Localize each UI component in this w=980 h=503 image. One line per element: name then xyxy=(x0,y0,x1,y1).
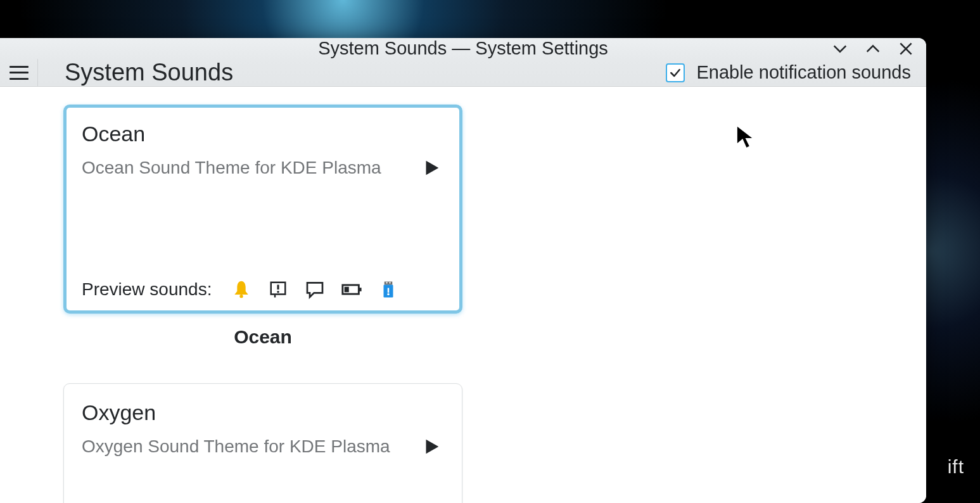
minimize-button[interactable] xyxy=(831,40,849,58)
play-demo-button[interactable] xyxy=(419,434,444,459)
theme-grid: Ocean Ocean Sound Theme for KDE Plasma P… xyxy=(38,87,926,503)
svg-rect-11 xyxy=(388,288,390,293)
theme-name: Ocean xyxy=(82,122,444,146)
window-title: System Sounds — System Settings xyxy=(0,38,926,59)
theme-card-oxygen[interactable]: Oxygen Oxygen Sound Theme for KDE Plasma… xyxy=(63,383,462,503)
play-icon xyxy=(421,157,442,179)
enable-sounds-control: Enable notification sounds xyxy=(666,62,911,83)
preview-row: Preview sounds: xyxy=(82,279,444,300)
chat-icon[interactable] xyxy=(304,279,326,300)
page-title: System Sounds xyxy=(65,59,666,86)
maximize-button[interactable] xyxy=(864,40,882,58)
svg-rect-8 xyxy=(386,282,388,284)
svg-rect-7 xyxy=(385,282,393,285)
enable-sounds-checkbox[interactable] xyxy=(666,63,685,82)
sidebar-toggle-slot xyxy=(0,59,38,86)
hamburger-button[interactable] xyxy=(10,66,29,80)
theme-name: Oxygen xyxy=(82,400,444,425)
chevron-down-icon xyxy=(831,40,849,58)
check-icon xyxy=(669,67,682,79)
theme-description: Ocean Sound Theme for KDE Plasma xyxy=(82,155,406,180)
svg-point-12 xyxy=(388,293,390,296)
page-header: System Sounds Enable notification sounds xyxy=(0,59,926,87)
theme-caption: Ocean xyxy=(234,326,292,348)
svg-rect-6 xyxy=(345,287,349,293)
svg-point-3 xyxy=(277,291,280,293)
svg-rect-5 xyxy=(359,288,362,291)
usb-icon[interactable] xyxy=(378,279,399,300)
window-controls xyxy=(831,38,915,59)
theme-card-wrap-ocean: Ocean Ocean Sound Theme for KDE Plasma P… xyxy=(63,105,462,348)
alert-icon[interactable] xyxy=(267,279,289,300)
enable-sounds-label: Enable notification sounds xyxy=(696,62,911,83)
svg-point-0 xyxy=(240,295,243,298)
bell-icon[interactable] xyxy=(231,279,252,300)
theme-card-ocean[interactable]: Ocean Ocean Sound Theme for KDE Plasma P… xyxy=(63,105,462,314)
wallpaper-text-fragment: ift xyxy=(948,456,964,478)
close-icon xyxy=(898,41,914,57)
theme-card-wrap-oxygen: Oxygen Oxygen Sound Theme for KDE Plasma… xyxy=(63,383,462,503)
battery-icon[interactable] xyxy=(341,279,362,300)
play-icon xyxy=(421,436,442,457)
svg-rect-9 xyxy=(390,282,391,284)
theme-description: Oxygen Sound Theme for KDE Plasma xyxy=(82,434,406,459)
window-titlebar[interactable]: System Sounds — System Settings xyxy=(0,38,926,59)
sidebar-strip xyxy=(0,87,38,503)
system-settings-window: System Sounds — System Settings System S… xyxy=(0,38,926,503)
chevron-up-icon xyxy=(864,40,882,58)
play-demo-button[interactable] xyxy=(419,155,444,181)
body-area: Ocean Ocean Sound Theme for KDE Plasma P… xyxy=(0,87,926,503)
close-button[interactable] xyxy=(897,40,915,58)
preview-label: Preview sounds: xyxy=(82,279,212,300)
